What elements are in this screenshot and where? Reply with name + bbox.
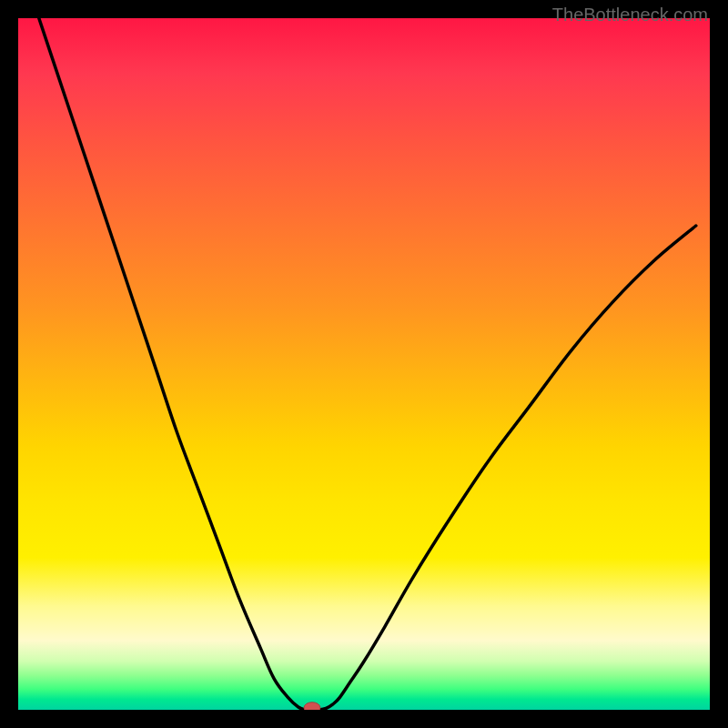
- curve-marker: [304, 703, 320, 710]
- chart-plot-area: [18, 18, 710, 710]
- bottleneck-curve: [39, 18, 696, 710]
- watermark-text: TheBottleneck.com: [552, 5, 708, 25]
- chart-svg: [18, 18, 710, 710]
